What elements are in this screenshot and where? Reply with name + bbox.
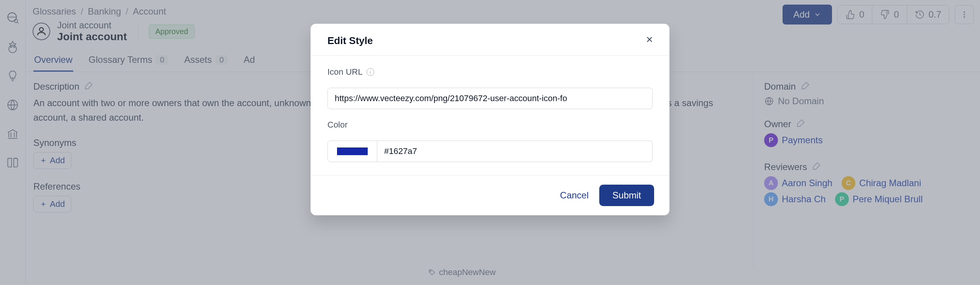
close-icon bbox=[645, 35, 654, 44]
modal-overlay[interactable]: Edit Style Icon URL i Color Cancel Submi… bbox=[0, 0, 980, 285]
modal-body: Icon URL i Color bbox=[311, 56, 669, 175]
color-swatch-button[interactable] bbox=[327, 141, 377, 162]
modal-title: Edit Style bbox=[327, 35, 373, 47]
modal-header: Edit Style bbox=[311, 24, 669, 56]
close-modal-button[interactable] bbox=[645, 34, 654, 47]
color-swatch bbox=[337, 147, 368, 155]
cancel-button[interactable]: Cancel bbox=[560, 190, 589, 201]
icon-url-input[interactable] bbox=[327, 88, 653, 109]
color-input-row bbox=[327, 141, 653, 162]
modal-footer: Cancel Submit bbox=[311, 175, 669, 215]
submit-button[interactable]: Submit bbox=[599, 185, 654, 206]
icon-url-label-row: Icon URL i bbox=[327, 67, 653, 77]
icon-url-label: Icon URL bbox=[327, 67, 363, 77]
edit-style-modal: Edit Style Icon URL i Color Cancel Submi… bbox=[311, 24, 669, 215]
color-label: Color bbox=[327, 120, 653, 130]
info-icon[interactable]: i bbox=[367, 68, 374, 76]
color-hex-input[interactable] bbox=[377, 141, 653, 162]
